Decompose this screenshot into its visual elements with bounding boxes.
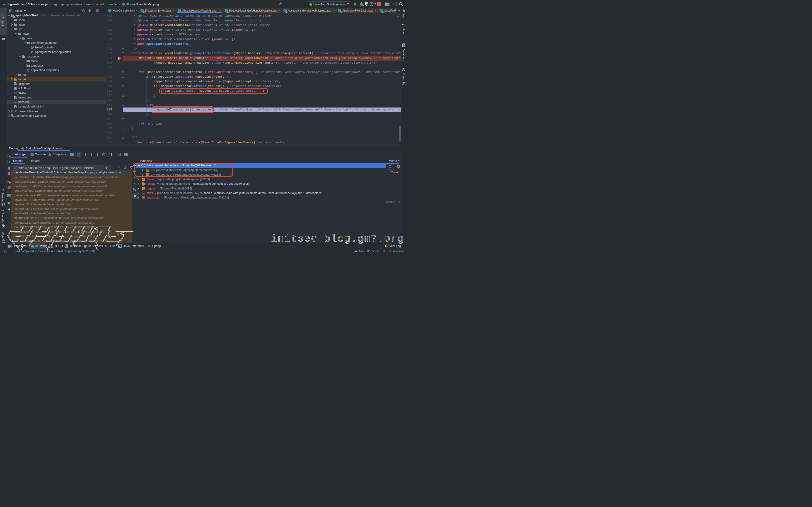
svg-text:p: p xyxy=(143,183,144,185)
svg-text:C: C xyxy=(31,46,33,49)
svg-text:3: 3 xyxy=(386,245,387,247)
svg-text:p: p xyxy=(143,187,144,190)
svg-text:m: m xyxy=(14,101,16,104)
svg-text:C: C xyxy=(122,3,124,5)
svg-text:MD: MD xyxy=(14,88,16,90)
